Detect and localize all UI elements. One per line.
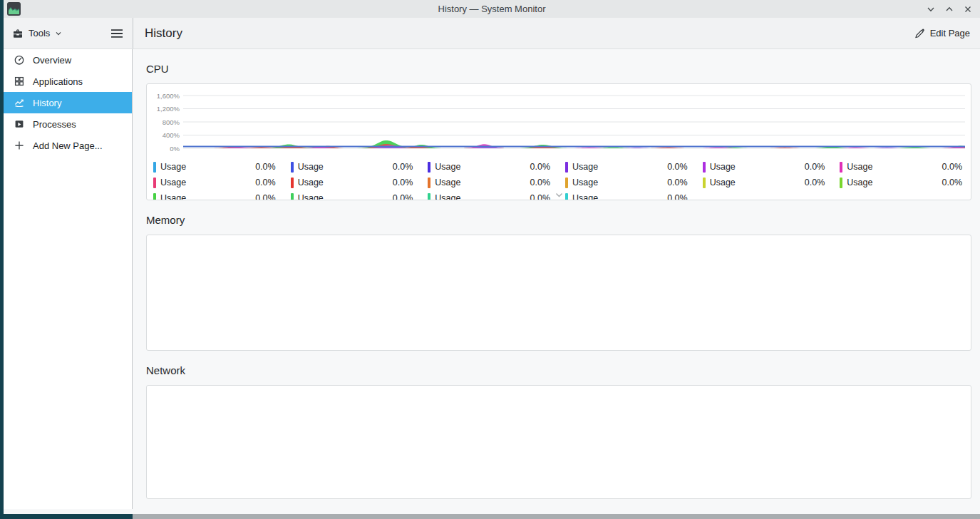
legend-value: 0.0% <box>667 162 688 172</box>
sidebar-item-label: Overview <box>33 55 71 66</box>
section-title-network: Network <box>146 364 971 376</box>
cpu-chart: 1,600%1,200%800%400%0% <box>147 84 971 153</box>
sidebar: Overview Applications History <box>4 49 133 509</box>
legend-color-swatch <box>153 193 156 201</box>
sidebar-item-processes[interactable]: Processes <box>4 113 132 135</box>
legend-color-swatch <box>291 178 294 188</box>
y-axis-tick-label: 0% <box>170 145 180 153</box>
legend-color-swatch <box>428 162 430 173</box>
legend-label: Usage <box>298 178 324 187</box>
legend-value: 0.0% <box>805 178 825 187</box>
plus-icon <box>14 140 25 151</box>
legend-item[interactable]: Usage0.0% <box>147 159 284 175</box>
legend-item[interactable]: Usage0.0% <box>421 175 559 190</box>
legend-item[interactable]: Usage0.0% <box>696 159 834 175</box>
legend-item[interactable]: Usage0.0% <box>559 159 696 175</box>
chevron-up-icon <box>944 4 954 14</box>
legend-label: Usage <box>847 162 872 172</box>
content-header: History Edit Page <box>133 18 980 48</box>
legend-item[interactable]: Usage0.0% <box>696 175 834 190</box>
sidebar-item-label: Add New Page... <box>33 140 103 151</box>
sidebar-item-applications[interactable]: Applications <box>4 71 132 92</box>
legend-color-swatch <box>565 162 568 173</box>
legend-item[interactable]: Usage0.0% <box>284 159 422 175</box>
gauge-icon <box>14 54 25 66</box>
app-icon[interactable] <box>7 2 21 16</box>
sidebar-item-history[interactable]: History <box>4 92 132 113</box>
legend-value: 0.0% <box>530 178 551 187</box>
legend-label: Usage <box>710 178 736 187</box>
legend-item[interactable]: Usage0.0% <box>284 190 422 200</box>
cpu-plot-area <box>183 90 965 153</box>
chevron-down-icon <box>555 190 564 200</box>
legend-value: 0.0% <box>667 178 688 187</box>
y-axis-tick-label: 800% <box>163 118 180 126</box>
legend-item[interactable]: Usage0.0% <box>147 190 284 200</box>
legend-item[interactable]: Usage0.0% <box>284 175 422 190</box>
tools-menu-button[interactable]: Tools <box>12 28 62 39</box>
process-play-icon <box>14 118 25 130</box>
memory-card <box>146 235 971 351</box>
legend-label: Usage <box>160 193 186 200</box>
legend-color-swatch <box>840 178 842 188</box>
legend-color-swatch <box>565 193 568 201</box>
legend-item[interactable]: Usage0.0% <box>421 159 559 175</box>
legend-value: 0.0% <box>530 162 551 172</box>
close-button[interactable] <box>959 0 977 18</box>
legend-value: 0.0% <box>255 193 276 200</box>
legend-color-swatch <box>291 162 294 173</box>
legend-label: Usage <box>435 178 460 187</box>
legend-item[interactable]: Usage0.0% <box>421 190 559 200</box>
legend-value: 0.0% <box>530 193 551 200</box>
line-chart-icon <box>14 97 25 108</box>
legend-label: Usage <box>160 178 186 187</box>
y-axis-tick-label: 1,600% <box>157 92 180 100</box>
legend-value: 0.0% <box>393 193 413 200</box>
section-title-cpu: CPU <box>146 63 971 75</box>
legend-item[interactable]: Usage0.0% <box>147 175 284 190</box>
window-bottom-edge <box>133 514 980 519</box>
legend-label: Usage <box>572 193 598 200</box>
legend-color-swatch <box>153 178 156 188</box>
header-row: Tools History Edit Page <box>4 18 980 49</box>
toolbox-icon <box>12 28 24 39</box>
legend-value: 0.0% <box>255 178 276 187</box>
legend-label: Usage <box>160 162 186 172</box>
window-title: History — System Monitor <box>4 4 980 14</box>
sidebar-item-add-new-page[interactable]: Add New Page... <box>4 135 132 156</box>
legend-color-swatch <box>703 162 706 173</box>
legend-value: 0.0% <box>393 162 413 172</box>
legend-item[interactable]: Usage0.0% <box>833 159 971 175</box>
close-icon <box>963 4 973 14</box>
legend-item[interactable]: Usage0.0% <box>559 175 696 190</box>
sidebar-item-label: Applications <box>33 76 83 87</box>
sidebar-toolbar: Tools <box>4 18 133 48</box>
legend-value: 0.0% <box>667 193 688 200</box>
legend-item[interactable]: Usage0.0% <box>833 175 971 190</box>
legend-label: Usage <box>298 193 324 200</box>
legend-color-swatch <box>291 193 294 201</box>
maximize-button[interactable] <box>940 0 959 18</box>
network-card <box>146 385 971 499</box>
legend-value: 0.0% <box>942 162 963 172</box>
legend-expand-button[interactable] <box>553 190 564 200</box>
legend-item[interactable]: Usage0.0% <box>559 190 696 200</box>
legend-label: Usage <box>572 162 598 172</box>
edit-page-button[interactable]: Edit Page <box>914 28 970 38</box>
legend-color-swatch <box>840 162 842 173</box>
chevron-down-icon <box>55 30 62 37</box>
legend-label: Usage <box>435 162 460 172</box>
page-content: CPU 1,600%1,200%800%400%0% Usage0.0%Usag… <box>136 49 980 514</box>
cpu-y-axis-labels: 1,600%1,200%800%400%0% <box>147 84 180 153</box>
system-monitor-window: History — System Monitor <box>4 0 980 514</box>
window-controls <box>922 0 977 18</box>
legend-color-swatch <box>703 178 706 188</box>
legend-label: Usage <box>435 193 460 200</box>
legend-label: Usage <box>847 178 872 187</box>
legend-value: 0.0% <box>393 178 413 187</box>
minimize-button[interactable] <box>922 0 940 18</box>
section-title-memory: Memory <box>146 214 971 226</box>
y-axis-tick-label: 1,200% <box>157 105 180 113</box>
sidebar-item-overview[interactable]: Overview <box>4 49 132 71</box>
hamburger-menu-button[interactable] <box>108 25 125 42</box>
